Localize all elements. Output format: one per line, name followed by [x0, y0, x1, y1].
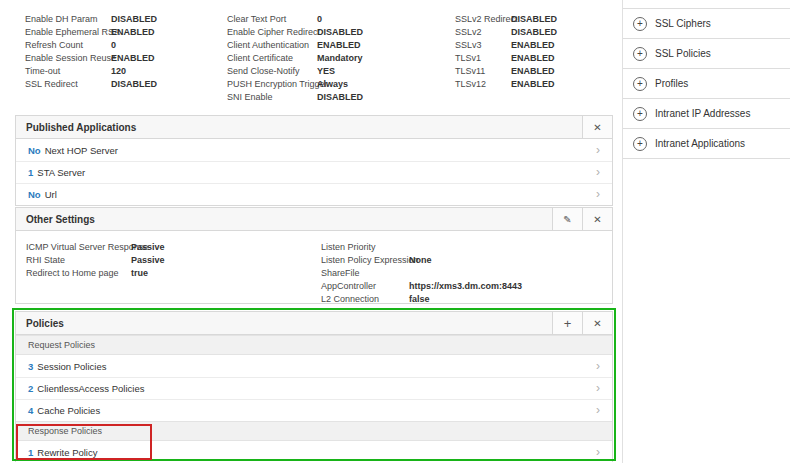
- chevron-right-icon: ›: [596, 166, 600, 178]
- setting-value: true: [131, 267, 165, 280]
- param-label: TLSv12: [455, 78, 511, 91]
- close-button[interactable]: ✕: [582, 312, 612, 334]
- param-value: ENABLED: [111, 26, 157, 39]
- list-item-rewrite-policy[interactable]: 1 Rewrite Policy ›: [16, 441, 612, 463]
- row-count: 3: [28, 361, 33, 372]
- close-icon: ✕: [593, 214, 601, 225]
- plus-icon: +: [564, 316, 572, 331]
- param-label: SSLv3: [455, 39, 511, 52]
- sidebar-item-intranet-applications[interactable]: + Intranet Applications: [623, 129, 790, 159]
- setting-label: ICMP Virtual Server Response: [26, 241, 131, 254]
- panel-header: Policies + ✕: [16, 312, 612, 335]
- panel-title: Published Applications: [16, 116, 582, 138]
- chevron-right-icon: ›: [596, 404, 600, 416]
- param-value: YES: [317, 65, 363, 78]
- param-label: Enable Cipher Redirect: [227, 26, 317, 39]
- param-value: ENABLED: [511, 78, 557, 91]
- param-value: DISABLED: [111, 78, 157, 91]
- param-value: Mandatory: [317, 52, 363, 65]
- setting-value: Passive: [131, 241, 165, 254]
- row-label: Rewrite Policy: [37, 447, 97, 458]
- row-count: 4: [28, 405, 33, 416]
- param-label: TLSv1: [455, 52, 511, 65]
- close-icon: ✕: [593, 122, 601, 133]
- plus-glyph: +: [637, 49, 643, 59]
- list-item-sta-server[interactable]: 1 STA Server ›: [16, 161, 612, 183]
- expand-plus-icon: +: [633, 107, 647, 121]
- sidebar-item-label: Profiles: [655, 78, 688, 89]
- row-label: Url: [45, 189, 57, 200]
- param-value: ENABLED: [511, 39, 557, 52]
- row-count: 1: [28, 447, 33, 458]
- row-count: 1: [28, 167, 33, 178]
- setting-value: None: [409, 254, 522, 267]
- request-policies-subheader: Request Policies: [16, 335, 612, 355]
- close-button[interactable]: ✕: [582, 116, 612, 138]
- panel-header: Other Settings ✎ ✕: [16, 208, 612, 231]
- param-label: TLSv11: [455, 65, 511, 78]
- ssl-parameters-column-3: SSLv2 RedirectDISABLED SSLv2DISABLED SSL…: [455, 13, 557, 91]
- sidebar-item-ssl-ciphers[interactable]: + SSL Ciphers: [623, 9, 790, 39]
- setting-label: RHI State: [26, 254, 131, 267]
- chevron-right-icon: ›: [596, 360, 600, 372]
- row-label: Next HOP Server: [45, 145, 118, 156]
- chevron-right-icon: ›: [596, 144, 600, 156]
- plus-glyph: +: [637, 109, 643, 119]
- row-count: No: [28, 189, 41, 200]
- row-label: Session Policies: [37, 361, 106, 372]
- panel-title: Other Settings: [16, 208, 552, 230]
- gateway-vserver-page: { "colors": { "link_blue": "#2b7cbe", "h…: [0, 0, 790, 463]
- list-item-url[interactable]: No Url ›: [16, 183, 612, 205]
- setting-value: [409, 241, 522, 254]
- param-value: 0: [317, 13, 363, 26]
- param-value: ENABLED: [511, 65, 557, 78]
- list-item-session-policies[interactable]: 3 Session Policies ›: [16, 355, 612, 377]
- chevron-right-icon: ›: [596, 188, 600, 200]
- setting-label: L2 Connection: [321, 293, 409, 306]
- param-label: Client Authentication: [227, 39, 317, 52]
- sidebar-item-ssl-policies[interactable]: + SSL Policies: [623, 39, 790, 69]
- param-value: ENABLED: [317, 39, 363, 52]
- param-value: Always: [317, 78, 363, 91]
- param-label: Time-out: [25, 65, 111, 78]
- setting-label: ShareFile: [321, 267, 409, 280]
- param-label: Client Certificate: [227, 52, 317, 65]
- param-value: ENABLED: [511, 52, 557, 65]
- chevron-right-icon: ›: [596, 446, 600, 458]
- param-label: Send Close-Notify: [227, 65, 317, 78]
- close-icon: ✕: [593, 318, 601, 329]
- add-button[interactable]: +: [552, 312, 582, 334]
- param-value: DISABLED: [511, 13, 557, 26]
- row-count: 2: [28, 383, 33, 394]
- published-applications-panel: Published Applications ✕ No Next HOP Ser…: [15, 115, 613, 206]
- row-label: ClientlessAccess Policies: [37, 383, 144, 394]
- other-settings-right-column: Listen Priority Listen Policy Expression…: [321, 241, 522, 306]
- param-label: Enable Ephemeral RSA: [25, 26, 111, 39]
- setting-label: AppController: [321, 280, 409, 293]
- param-value: 0: [111, 39, 157, 52]
- param-label: SSL Redirect: [25, 78, 111, 91]
- policies-panel: Policies + ✕ Request Policies 3 Session …: [15, 311, 613, 462]
- param-value: DISABLED: [111, 13, 157, 26]
- plus-glyph: +: [637, 139, 643, 149]
- param-label: Enable DH Param: [25, 13, 111, 26]
- panel-header: Published Applications ✕: [16, 116, 612, 139]
- sidebar-item-intranet-ip-addresses[interactable]: + Intranet IP Addresses: [623, 99, 790, 129]
- param-label: SNI Enable: [227, 91, 317, 104]
- other-settings-left-column: ICMP Virtual Server ResponsePassive RHI …: [26, 241, 165, 280]
- param-label: SSLv2 Redirect: [455, 13, 511, 26]
- list-item-cache-policies[interactable]: 4 Cache Policies ›: [16, 399, 612, 421]
- row-count: No: [28, 145, 41, 156]
- param-label: SSLv2: [455, 26, 511, 39]
- sidebar-item-label: Intranet Applications: [655, 138, 745, 149]
- close-button[interactable]: ✕: [582, 208, 612, 230]
- setting-value: Passive: [131, 254, 165, 267]
- edit-button[interactable]: ✎: [552, 208, 582, 230]
- sidebar-item-label: SSL Ciphers: [655, 18, 711, 29]
- expand-plus-icon: +: [633, 47, 647, 61]
- row-label: STA Server: [37, 167, 85, 178]
- list-item-clientlessaccess-policies[interactable]: 2 ClientlessAccess Policies ›: [16, 377, 612, 399]
- param-label: Refresh Count: [25, 39, 111, 52]
- list-item-next-hop-server[interactable]: No Next HOP Server ›: [16, 139, 612, 161]
- sidebar-item-profiles[interactable]: + Profiles: [623, 69, 790, 99]
